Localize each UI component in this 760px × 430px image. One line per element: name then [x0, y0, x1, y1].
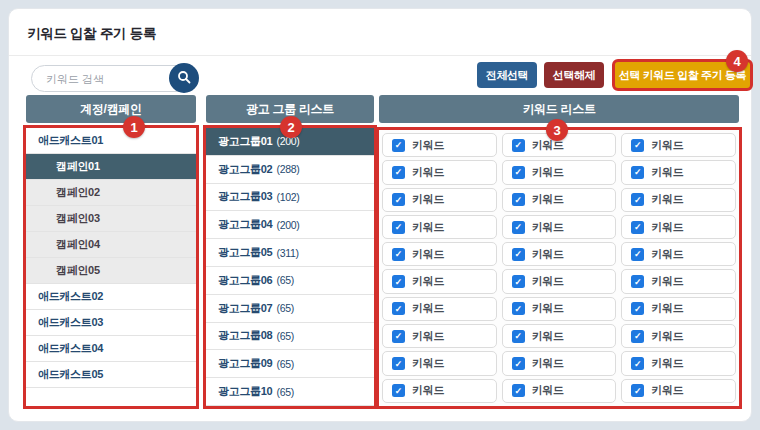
keyword-checkbox[interactable]: ✓: [392, 193, 405, 206]
keyword-list-highlight: ✓키워드✓키워드✓키워드✓키워드✓키워드✓키워드✓키워드✓키워드✓키워드✓키워드…: [376, 127, 742, 409]
keyword-cell[interactable]: ✓키워드: [621, 133, 736, 157]
keyword-checkbox[interactable]: ✓: [512, 275, 525, 288]
keyword-checkbox[interactable]: ✓: [631, 139, 644, 152]
keyword-checkbox[interactable]: ✓: [392, 302, 405, 315]
adgroup-item[interactable]: 광고그룹05(311): [206, 239, 374, 267]
adgroup-list-highlight: 광고그룹01(200)광고그룹02(288)광고그룹03(102)광고그룹04(…: [203, 125, 377, 409]
annotation-circle-1: 1: [123, 116, 145, 138]
keyword-cell[interactable]: ✓키워드: [382, 188, 497, 212]
keyword-cell[interactable]: ✓키워드: [621, 297, 736, 321]
keyword-checkbox[interactable]: ✓: [631, 384, 644, 397]
keyword-checkbox[interactable]: ✓: [631, 221, 644, 234]
keyword-checkbox[interactable]: ✓: [631, 248, 644, 261]
keyword-checkbox[interactable]: ✓: [392, 330, 405, 343]
keyword-cell[interactable]: ✓키워드: [502, 324, 617, 348]
keyword-cell[interactable]: ✓키워드: [502, 242, 617, 266]
account-item[interactable]: 애드캐스트02: [26, 284, 196, 310]
keyword-cell[interactable]: ✓키워드: [382, 269, 497, 293]
keyword-cell[interactable]: ✓키워드: [502, 297, 617, 321]
keyword-checkbox[interactable]: ✓: [631, 166, 644, 179]
campaign-item[interactable]: 캠페인03: [26, 206, 196, 232]
campaign-item[interactable]: 캠페인05: [26, 258, 196, 284]
keyword-checkbox[interactable]: ✓: [392, 357, 405, 370]
keyword-cell[interactable]: ✓키워드: [621, 188, 736, 212]
keyword-cell[interactable]: ✓키워드: [382, 215, 497, 239]
keyword-cell[interactable]: ✓키워드: [502, 379, 617, 403]
keyword-cell[interactable]: ✓키워드: [382, 160, 497, 184]
keyword-search: [31, 63, 203, 93]
account-item[interactable]: 애드캐스트01: [26, 128, 196, 154]
keyword-cell[interactable]: ✓키워드: [382, 379, 497, 403]
adgroup-name: 광고그룹03: [218, 189, 272, 204]
adgroup-item[interactable]: 광고그룹10(65): [206, 378, 374, 406]
keyword-checkbox[interactable]: ✓: [512, 330, 525, 343]
keyword-cell[interactable]: ✓키워드: [621, 160, 736, 184]
keyword-cell[interactable]: ✓키워드: [621, 269, 736, 293]
adgroup-keyword-count: (288): [276, 163, 299, 175]
keyword-cell[interactable]: ✓키워드: [382, 351, 497, 375]
keyword-checkbox[interactable]: ✓: [392, 166, 405, 179]
keyword-label: 키워드: [532, 192, 564, 207]
adgroup-name: 광고그룹07: [218, 301, 272, 316]
keyword-label: 키워드: [412, 301, 444, 316]
keyword-label: 키워드: [412, 329, 444, 344]
keyword-checkbox[interactable]: ✓: [512, 384, 525, 397]
keyword-checkbox[interactable]: ✓: [392, 248, 405, 261]
account-item[interactable]: 애드캐스트04: [26, 336, 196, 362]
search-input[interactable]: [31, 65, 191, 92]
keyword-checkbox[interactable]: ✓: [631, 357, 644, 370]
keyword-checkbox[interactable]: ✓: [631, 275, 644, 288]
keyword-checkbox[interactable]: ✓: [392, 221, 405, 234]
select-all-button[interactable]: 전체선택: [477, 62, 537, 88]
keyword-cell[interactable]: ✓키워드: [382, 324, 497, 348]
keyword-label: 키워드: [412, 274, 444, 289]
campaign-item[interactable]: 캠페인04: [26, 232, 196, 258]
keyword-cell[interactable]: ✓키워드: [621, 242, 736, 266]
keyword-checkbox[interactable]: ✓: [631, 193, 644, 206]
account-item[interactable]: 애드캐스트05: [26, 362, 196, 388]
keyword-cell[interactable]: ✓키워드: [621, 351, 736, 375]
adgroup-name: 광고그룹04: [218, 217, 272, 232]
deselect-button[interactable]: 선택해제: [544, 62, 604, 88]
adgroup-keyword-count: (65): [276, 330, 293, 342]
keyword-checkbox[interactable]: ✓: [392, 384, 405, 397]
keyword-label: 키워드: [651, 274, 683, 289]
adgroup-keyword-count: (200): [276, 219, 299, 231]
keyword-checkbox[interactable]: ✓: [512, 248, 525, 261]
keyword-cell[interactable]: ✓키워드: [502, 160, 617, 184]
adgroup-item[interactable]: 광고그룹07(65): [206, 295, 374, 323]
adgroup-item[interactable]: 광고그룹04(200): [206, 211, 374, 239]
adgroup-item[interactable]: 광고그룹09(65): [206, 350, 374, 378]
account-item[interactable]: 애드캐스트03: [26, 310, 196, 336]
keyword-cell[interactable]: ✓키워드: [502, 215, 617, 239]
adgroup-item[interactable]: 광고그룹08(65): [206, 323, 374, 351]
keyword-cell[interactable]: ✓키워드: [382, 242, 497, 266]
keyword-checkbox[interactable]: ✓: [512, 357, 525, 370]
keyword-checkbox[interactable]: ✓: [512, 302, 525, 315]
keyword-cell[interactable]: ✓키워드: [502, 351, 617, 375]
keyword-label: 키워드: [532, 301, 564, 316]
keyword-checkbox[interactable]: ✓: [512, 139, 525, 152]
keyword-cell[interactable]: ✓키워드: [502, 188, 617, 212]
keyword-cell[interactable]: ✓키워드: [621, 215, 736, 239]
keyword-label: 키워드: [651, 356, 683, 371]
adgroup-item[interactable]: 광고그룹06(65): [206, 267, 374, 295]
keyword-checkbox[interactable]: ✓: [512, 166, 525, 179]
keyword-checkbox[interactable]: ✓: [392, 139, 405, 152]
search-button[interactable]: [169, 63, 199, 93]
keyword-checkbox[interactable]: ✓: [392, 275, 405, 288]
keyword-cell[interactable]: ✓키워드: [502, 269, 617, 293]
keyword-checkbox[interactable]: ✓: [512, 193, 525, 206]
keyword-cell[interactable]: ✓키워드: [621, 324, 736, 348]
adgroup-item[interactable]: 광고그룹02(288): [206, 156, 374, 184]
keyword-checkbox[interactable]: ✓: [631, 302, 644, 315]
campaign-item[interactable]: 캠페인01: [26, 154, 196, 180]
keyword-cell[interactable]: ✓키워드: [621, 379, 736, 403]
keyword-checkbox[interactable]: ✓: [512, 221, 525, 234]
keyword-checkbox[interactable]: ✓: [631, 330, 644, 343]
campaign-item[interactable]: 캠페인02: [26, 180, 196, 206]
keyword-cell[interactable]: ✓키워드: [382, 133, 497, 157]
adgroup-item[interactable]: 광고그룹03(102): [206, 184, 374, 212]
adgroup-name: 광고그룹10: [218, 384, 272, 399]
keyword-cell[interactable]: ✓키워드: [382, 297, 497, 321]
